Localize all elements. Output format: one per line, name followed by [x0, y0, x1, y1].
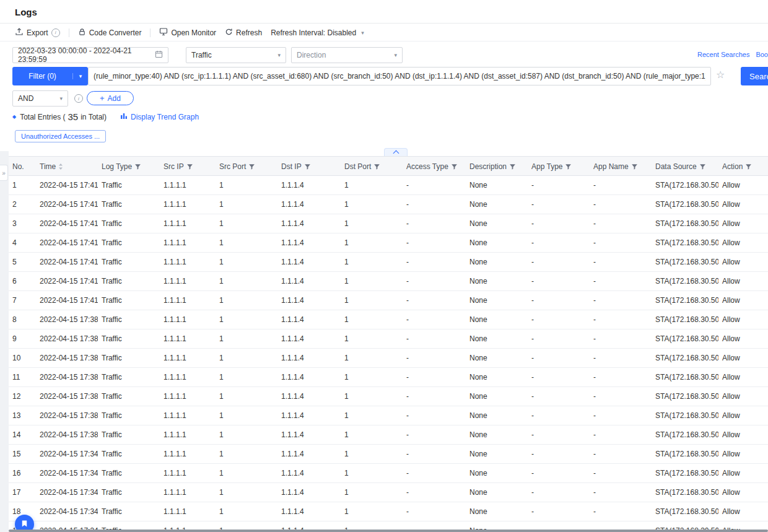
table-cell: 2022-04-15 17:41:53 — [36, 176, 98, 195]
column-header-label: Dst Port — [344, 162, 371, 170]
column-header-src-port[interactable]: Src Port — [216, 157, 277, 176]
table-row[interactable]: 162022-04-15 17:34:43Traffic1.1.1.111.1.… — [9, 464, 768, 483]
logs-table-head-row: No.TimeLog TypeSrc IPSrc PortDst IPDst P… — [9, 157, 768, 176]
filter-icon[interactable] — [699, 162, 706, 170]
table-cell: 8 — [9, 310, 36, 329]
column-header-time[interactable]: Time — [36, 157, 98, 176]
operator-info-icon[interactable]: i — [74, 94, 83, 103]
table-cell: 1 — [216, 445, 277, 464]
table-row[interactable]: 82022-04-15 17:38:03Traffic1.1.1.111.1.1… — [9, 310, 768, 329]
refresh-icon — [225, 28, 233, 38]
table-row[interactable]: 12022-04-15 17:41:53Traffic1.1.1.111.1.1… — [9, 176, 768, 195]
filter-icon[interactable] — [745, 162, 752, 170]
table-cell: 1.1.1.1 — [160, 387, 216, 406]
operator-select[interactable]: AND ▾ — [12, 90, 68, 107]
table-cell: Traffic — [98, 406, 160, 425]
column-header-app-name[interactable]: App Name — [590, 157, 652, 176]
table-cell: 1 — [216, 387, 277, 406]
table-cell: None — [466, 464, 528, 483]
column-header-dst-port[interactable]: Dst Port — [341, 157, 403, 176]
column-header-action[interactable]: Action — [718, 157, 768, 176]
filter-icon[interactable] — [373, 162, 380, 170]
chevron-down-icon[interactable]: ▾ — [72, 73, 88, 79]
filter-icon[interactable] — [509, 162, 516, 170]
filter-chip[interactable]: Unauthorized Accesses ... — [15, 130, 106, 142]
star-icon[interactable]: ☆ — [716, 70, 725, 80]
horizontal-scrollbar[interactable] — [9, 530, 768, 532]
filter-icon[interactable] — [304, 162, 311, 170]
table-cell: 5 — [9, 253, 36, 272]
collapse-filters-tab[interactable] — [384, 148, 408, 157]
table-cell: - — [590, 483, 652, 502]
filter-icon[interactable] — [631, 162, 638, 170]
column-header-data-source[interactable]: Data Source — [652, 157, 718, 176]
open-monitor-button[interactable]: Open Monitor — [159, 27, 216, 38]
export-button[interactable]: Export i — [15, 27, 60, 38]
table-row[interactable]: 172022-04-15 17:34:43Traffic1.1.1.111.1.… — [9, 483, 768, 502]
filter-button[interactable]: Filter (0) ▾ — [12, 67, 88, 85]
display-trend-graph-link[interactable]: Display Trend Graph — [120, 112, 199, 121]
table-cell: 2022-04-15 17:38:03 — [36, 368, 98, 387]
add-condition-button[interactable]: + Add — [87, 91, 134, 105]
toolbar-separator — [150, 28, 151, 37]
table-cell: 1.1.1.1 — [160, 406, 216, 425]
table-row[interactable]: 52022-04-15 17:41:53Traffic1.1.1.111.1.1… — [9, 253, 768, 272]
table-row[interactable]: 72022-04-15 17:41:53Traffic1.1.1.111.1.1… — [9, 291, 768, 310]
filter-icon[interactable] — [248, 162, 255, 170]
table-cell: None — [466, 176, 528, 195]
direction-select[interactable]: Direction ▾ — [291, 47, 403, 63]
table-cell: 1.1.1.4 — [277, 406, 341, 425]
log-type-select[interactable]: Traffic ▾ — [186, 47, 286, 63]
table-row[interactable]: 62022-04-15 17:41:53Traffic1.1.1.111.1.1… — [9, 272, 768, 291]
filter-icon[interactable] — [451, 162, 458, 170]
export-info-icon[interactable]: i — [51, 28, 60, 37]
search-button[interactable]: Search — [741, 67, 768, 85]
sort-icon[interactable] — [58, 162, 63, 170]
table-cell: 9 — [9, 329, 36, 349]
table-cell: - — [590, 291, 652, 310]
column-header-label: Log Type — [102, 162, 132, 170]
table-row[interactable]: 32022-04-15 17:41:53Traffic1.1.1.111.1.1… — [9, 214, 768, 233]
table-row[interactable]: 182022-04-15 17:34:43Traffic1.1.1.111.1.… — [9, 502, 768, 521]
table-cell: 1 — [216, 291, 277, 310]
table-cell: Traffic — [98, 214, 160, 233]
table-cell: 2022-04-15 17:41:53 — [36, 195, 98, 214]
table-row[interactable]: 102022-04-15 17:38:03Traffic1.1.1.111.1.… — [9, 349, 768, 368]
table-cell: 1 — [216, 272, 277, 291]
table-cell: 1 — [216, 502, 277, 521]
column-header-dst-ip[interactable]: Dst IP — [277, 157, 341, 176]
table-row[interactable]: 92022-04-15 17:38:03Traffic1.1.1.111.1.1… — [9, 329, 768, 349]
recent-searches-link[interactable]: Recent Searches — [697, 51, 749, 58]
date-range-input[interactable]: 2022-03-23 00:00:00 - 2022-04-21 23:59:5… — [12, 47, 168, 63]
table-cell: 1.1.1.4 — [277, 329, 341, 349]
column-header-no[interactable]: No. — [9, 157, 36, 176]
filter-icon[interactable] — [134, 162, 141, 170]
table-cell: STA(172.168.30.50) — [652, 502, 718, 521]
table-row[interactable]: 112022-04-15 17:38:03Traffic1.1.1.111.1.… — [9, 368, 768, 387]
table-cell: 2022-04-15 17:41:53 — [36, 272, 98, 291]
bookmarks-link[interactable]: Bookmarks — [756, 51, 768, 58]
table-row[interactable]: 152022-04-15 17:34:43Traffic1.1.1.111.1.… — [9, 445, 768, 464]
table-cell: Traffic — [98, 233, 160, 253]
table-row[interactable]: 42022-04-15 17:41:53Traffic1.1.1.111.1.1… — [9, 233, 768, 253]
refresh-interval-dropdown[interactable]: Refresh Interval: Disabled ▾ — [271, 28, 364, 37]
code-converter-button[interactable]: Code Converter — [78, 28, 142, 38]
column-header-description[interactable]: Description — [466, 157, 528, 176]
table-row[interactable]: 22022-04-15 17:41:53Traffic1.1.1.111.1.1… — [9, 195, 768, 214]
table-row[interactable]: 142022-04-15 17:38:03Traffic1.1.1.111.1.… — [9, 425, 768, 445]
refresh-button[interactable]: Refresh — [225, 28, 262, 38]
table-cell: - — [403, 425, 466, 445]
table-cell: 2022-04-15 17:34:43 — [36, 464, 98, 483]
column-header-src-ip[interactable]: Src IP — [160, 157, 216, 176]
table-row[interactable]: 122022-04-15 17:38:03Traffic1.1.1.111.1.… — [9, 387, 768, 406]
table-row[interactable]: 132022-04-15 17:38:03Traffic1.1.1.111.1.… — [9, 406, 768, 425]
filter-icon[interactable] — [565, 162, 572, 170]
expand-panel-toggle[interactable]: » — [0, 165, 8, 181]
query-input[interactable] — [88, 67, 711, 85]
column-header-app-type[interactable]: App Type — [528, 157, 590, 176]
table-cell: - — [528, 445, 590, 464]
filter-icon[interactable] — [186, 162, 193, 170]
table-cell: - — [590, 272, 652, 291]
column-header-access-type[interactable]: Access Type — [403, 157, 466, 176]
column-header-log-type[interactable]: Log Type — [98, 157, 160, 176]
